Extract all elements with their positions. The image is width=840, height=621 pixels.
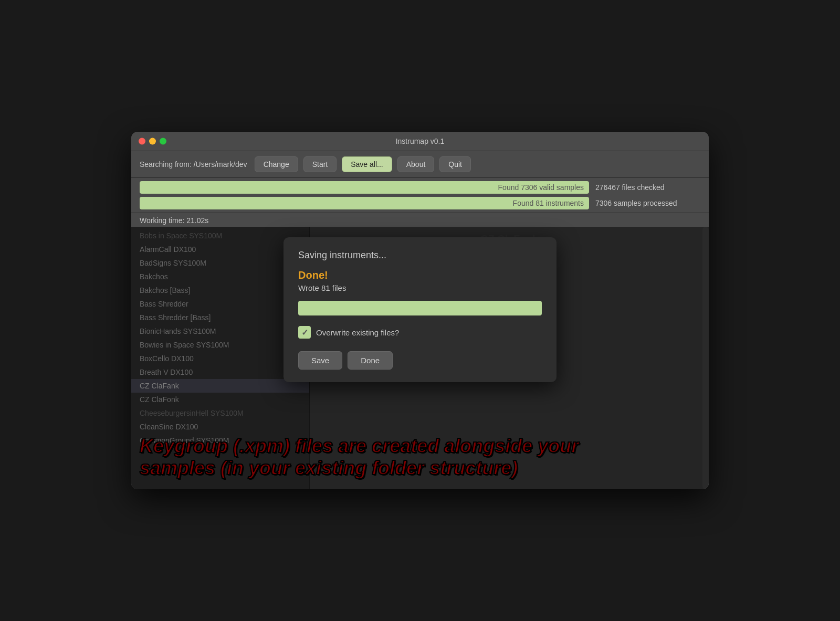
minimize-button[interactable] — [149, 138, 156, 145]
modal-overlay: Saving instruments... Done! Wrote 81 fil… — [131, 227, 709, 489]
path-label: Searching from: /Users/mark/dev — [140, 160, 247, 169]
window-title: Instrumap v0.1 — [396, 137, 445, 145]
modal-title: Saving instruments... — [298, 250, 542, 261]
change-button[interactable]: Change — [255, 156, 298, 172]
about-button[interactable]: About — [397, 156, 435, 172]
modal-done-label: Done! — [298, 269, 542, 281]
main-window: Instrumap v0.1 Searching from: /Users/ma… — [131, 132, 709, 489]
save-dialog: Saving instruments... Done! Wrote 81 fil… — [284, 237, 556, 382]
modal-progress-bar — [298, 301, 542, 315]
progress-bar-1-label: Found 7306 valid samples — [498, 183, 584, 192]
start-button[interactable]: Start — [303, 156, 337, 172]
stat-samples-processed: 7306 samples processed — [595, 199, 700, 207]
overwrite-checkbox[interactable]: ✓ — [298, 326, 311, 339]
main-content: Bobs in Space SYS100MAlarmCall DX100BadS… — [131, 227, 709, 489]
progress-row-2: Found 81 instruments 7306 samples proces… — [140, 197, 700, 209]
progress-bar-1: Found 7306 valid samples — [140, 181, 589, 194]
overwrite-checkbox-row: ✓ Overwrite existing files? — [298, 326, 542, 339]
title-bar: Instrumap v0.1 — [131, 132, 709, 151]
quit-button[interactable]: Quit — [439, 156, 471, 172]
stat-files-checked: 276467 files checked — [595, 183, 700, 192]
progress-bar-2: Found 81 instruments — [140, 197, 589, 209]
progress-area: Found 7306 valid samples 276467 files ch… — [131, 178, 709, 213]
maximize-button[interactable] — [160, 138, 166, 145]
modal-done-button[interactable]: Done — [348, 351, 393, 370]
progress-row-1: Found 7306 valid samples 276467 files ch… — [140, 181, 700, 194]
progress-bar-2-label: Found 81 instruments — [513, 199, 584, 207]
traffic-lights — [139, 138, 166, 145]
working-time: Working time: 21.02s — [131, 213, 709, 227]
modal-buttons: Save Done — [298, 351, 542, 370]
save-all-button[interactable]: Save all... — [342, 156, 392, 172]
overwrite-label: Overwrite existing files? — [316, 328, 399, 337]
toolbar: Searching from: /Users/mark/dev Change S… — [131, 151, 709, 178]
modal-wrote-label: Wrote 81 files — [298, 283, 542, 292]
close-button[interactable] — [139, 138, 145, 145]
modal-save-button[interactable]: Save — [298, 351, 342, 370]
